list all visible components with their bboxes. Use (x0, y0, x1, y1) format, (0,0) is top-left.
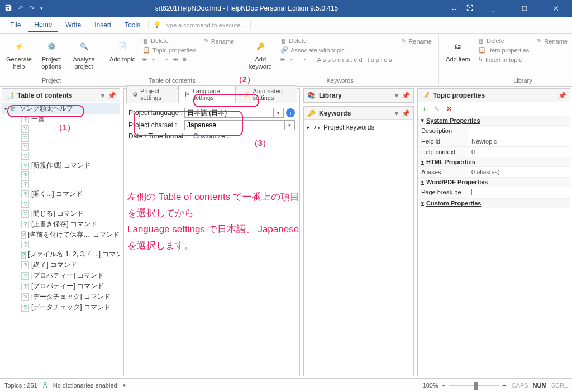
tab-insert[interactable]: Insert (89, 19, 117, 31)
add-prop-button[interactable]: ＋ (420, 104, 429, 113)
chevron-down-icon[interactable]: ▾ (4, 106, 7, 112)
toc-item[interactable]: ? (2, 180, 120, 189)
zoom-slider[interactable] (449, 385, 499, 386)
toc-item[interactable]: ?[上書き保存] コマンド (2, 219, 120, 230)
tab-language-settings[interactable]: 🏳Language settings (178, 85, 236, 103)
toc-item[interactable]: ?[名前を付けて保存...] コマンド (2, 230, 120, 240)
project-options-button[interactable]: ⚙️Project options (37, 36, 66, 70)
keyword-icon: 🔑 (252, 38, 269, 55)
library-icon: 🗂 (450, 38, 466, 55)
props-toolbar: ＋ ✎ ✕ (418, 102, 570, 116)
zoom-out-icon[interactable]: − (442, 382, 445, 389)
lang-input[interactable] (184, 108, 274, 118)
customize-link[interactable]: Customize... (193, 132, 231, 140)
maximize-button[interactable] (513, 0, 536, 17)
generate-help-button[interactable]: ⚡Generate help (4, 36, 34, 70)
lib-rename[interactable]: ✎Rename (535, 37, 570, 45)
prop-pagebreak-val[interactable] (468, 187, 570, 198)
toc-item[interactable]: ? (2, 142, 120, 151)
toc-item[interactable]: ?[データチェック] コマンド (2, 291, 120, 302)
delete-prop-button[interactable]: ✕ (445, 104, 454, 113)
toc-item-label: [上書き保存] コマンド (31, 219, 97, 229)
toc-item[interactable]: ?[ファイル名 1, 2, 3, 4 ...] コマンド (2, 249, 120, 260)
checkbox[interactable] (471, 189, 478, 195)
undo-icon[interactable]: ↶ (18, 4, 23, 12)
kw-rename[interactable]: ✎Rename (399, 37, 434, 45)
info-icon[interactable]: i (286, 108, 295, 117)
tab-file[interactable]: File (4, 19, 26, 31)
kw-arrows[interactable]: ⇤ ⇐ ⇒ ≡ Associated topics (278, 55, 395, 64)
redo-icon[interactable]: ↷ (29, 4, 35, 12)
toc-item[interactable]: ?[データチェック] コマンド (2, 302, 120, 313)
charset-dropdown[interactable]: ▾ (285, 120, 295, 130)
section-custom[interactable]: ▾Custom Properties (418, 199, 570, 208)
toc-item[interactable]: ?[新規作成] コマンド (2, 160, 120, 171)
toc-item[interactable]: ? (2, 133, 120, 142)
toc-rename[interactable]: ✎Rename (202, 37, 237, 45)
lang-dropdown[interactable]: ▾ (274, 108, 284, 118)
charset-input[interactable] (184, 120, 285, 130)
datetime-label: Date / Time format : (128, 132, 193, 140)
section-wordpdf[interactable]: ▾Word/PDF Properties (418, 178, 570, 187)
minimize-button[interactable] (482, 0, 505, 17)
keywords-root[interactable]: ▸🗝Project keywords (306, 122, 411, 132)
toc-delete[interactable]: 🗑Delete (140, 37, 198, 45)
toc-item[interactable]: ?[開じる] コマンド (2, 208, 120, 219)
add-keyword-button[interactable]: 🔑Add keyword (246, 36, 275, 70)
panel-menu-icon[interactable]: ▾ (101, 92, 104, 99)
save-icon[interactable] (4, 4, 12, 13)
add-topic-button[interactable]: 📄Add topic (108, 36, 137, 63)
panel-menu-icon[interactable]: ▾ (395, 92, 398, 99)
prop-desc-val[interactable] (468, 126, 570, 136)
expand-icon[interactable] (450, 4, 458, 13)
tab-write[interactable]: Write (60, 19, 87, 31)
zoom-in-icon[interactable]: + (502, 382, 506, 389)
dict-dropdown-icon[interactable]: ▾ (123, 383, 126, 388)
prop-helpid-val[interactable]: Newtopic (468, 136, 570, 146)
toc-root-item[interactable]: ▾ 🗎 ソング頼太ヘルプ (2, 103, 120, 114)
section-html[interactable]: ▾HTML Properties (418, 157, 570, 167)
add-item-button[interactable]: 🗂Add item (444, 36, 473, 63)
toc-icon: 📑 (6, 92, 14, 99)
pin-icon[interactable]: 📌 (558, 92, 566, 99)
lib-itemprops[interactable]: 📋Item properties (476, 46, 531, 54)
toc-item[interactable]: ? (2, 151, 120, 160)
pin-icon[interactable]: 📌 (402, 109, 410, 117)
chevron-right-icon[interactable]: ▸ (307, 125, 310, 130)
toc-item[interactable]: ?[開く...] コマンド (2, 189, 120, 199)
close-button[interactable] (544, 0, 568, 17)
command-search[interactable]: 💡 Type a command to execute... (148, 20, 250, 30)
kw-assoc[interactable]: 🔗Associate with topic (278, 46, 395, 54)
focus-icon[interactable] (466, 4, 474, 13)
panel-menu-icon[interactable]: ▾ (395, 109, 398, 117)
spellcheck-icon[interactable]: Ȃ (43, 382, 47, 389)
tab-project-settings[interactable]: ⚙Project settings (126, 85, 177, 103)
toc-item[interactable]: ? (2, 171, 120, 180)
edit-prop-button[interactable]: ✎ (432, 104, 441, 113)
zoom-control[interactable]: 100% − + (423, 382, 506, 389)
tab-tools[interactable]: Tools (119, 19, 146, 31)
prop-helpctx-val[interactable]: 0 (468, 147, 570, 157)
toc-item[interactable]: ?[プロパティー] コマンド (2, 270, 120, 281)
analyze-project-button[interactable]: 🔍Analyze project (69, 36, 98, 70)
prop-aliases-val[interactable]: 0 alias(es) (468, 167, 570, 177)
status-dict[interactable]: No dictionaries enabled (53, 382, 117, 389)
kw-delete[interactable]: 🗑Delete (278, 37, 395, 45)
section-system[interactable]: ▾System Properties (418, 116, 570, 126)
toc-item[interactable]: ?[プロパティー] コマンド (2, 281, 120, 291)
pin-icon[interactable]: 📌 (402, 92, 410, 99)
rename-icon: ✎ (537, 37, 542, 45)
toc-tree[interactable]: ▾ 🗎 ソング頼太ヘルプ ?一覧?????[新規作成] コマンド???[開く..… (2, 102, 120, 376)
lib-delete[interactable]: 🗑Delete (476, 37, 531, 45)
toc-item[interactable]: ?[終了] コマンド (2, 260, 120, 270)
tab-home[interactable]: Home (28, 18, 58, 32)
rename-icon: ✎ (401, 37, 406, 45)
tab-automated-settings[interactable]: ⚡Automated settings (237, 85, 297, 103)
toc-topic-props[interactable]: 📋Topic properties (140, 46, 198, 54)
toc-item[interactable]: ? (2, 199, 120, 208)
lib-insert[interactable]: ↳Insert in topic (476, 55, 531, 64)
pin-icon[interactable]: 📌 (108, 92, 116, 99)
toc-arrows[interactable]: ⇤ ⇐ ⇒ ⇥ ≡ (140, 55, 198, 64)
toc-item[interactable]: ? (2, 240, 120, 249)
toc-item-label: 一覧 (31, 114, 45, 124)
